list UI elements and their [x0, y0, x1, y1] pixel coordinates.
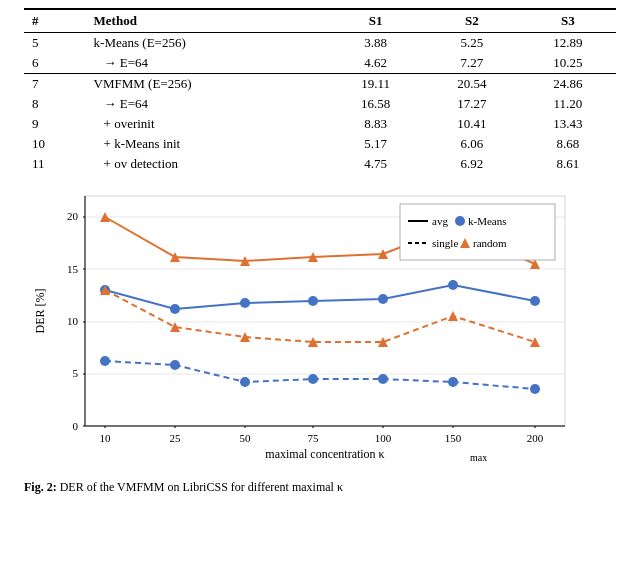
- caption-prefix: Fig. 2:: [24, 480, 57, 494]
- row-num: 6: [24, 53, 86, 74]
- row-num: 10: [24, 134, 86, 154]
- col-s1: S1: [328, 9, 424, 33]
- row-val: 5.25: [424, 33, 520, 54]
- svg-text:50: 50: [240, 432, 252, 444]
- legend-box: [400, 204, 555, 260]
- single-kmeans-point: [240, 377, 250, 387]
- table-row: 8→ E=6416.5817.2711.20: [24, 94, 616, 114]
- svg-text:20: 20: [67, 210, 79, 222]
- legend-single-label: single: [432, 237, 458, 249]
- row-val: 7.27: [424, 53, 520, 74]
- svg-text:0: 0: [73, 420, 79, 432]
- row-val: 12.89: [520, 33, 616, 54]
- svg-text:maximal concentration κ: maximal concentration κ: [265, 447, 384, 461]
- row-val: 4.75: [328, 154, 424, 174]
- row-num: 9: [24, 114, 86, 134]
- row-method: → E=64: [86, 53, 328, 74]
- page-container: # Method S1 S2 S3 5k-Means (E=256)3.885.…: [0, 0, 640, 503]
- svg-text:15: 15: [67, 263, 79, 275]
- single-kmeans-point: [530, 384, 540, 394]
- row-method: → E=64: [86, 94, 328, 114]
- avg-kmeans-point: [170, 304, 180, 314]
- svg-text:25: 25: [170, 432, 182, 444]
- svg-text:10: 10: [67, 315, 79, 327]
- row-val: 3.88: [328, 33, 424, 54]
- row-val: 8.68: [520, 134, 616, 154]
- table-row: 11+ ov detection4.756.928.61: [24, 154, 616, 174]
- row-val: 6.06: [424, 134, 520, 154]
- svg-text:10: 10: [100, 432, 112, 444]
- single-kmeans-point: [170, 360, 180, 370]
- col-method: Method: [86, 9, 328, 33]
- row-val: 11.20: [520, 94, 616, 114]
- der-chart: 0 5 10 15 20 10 25 50 75 100 150 200: [30, 186, 610, 476]
- row-val: 24.86: [520, 74, 616, 95]
- row-method: + ov detection: [86, 154, 328, 174]
- avg-kmeans-point: [308, 296, 318, 306]
- row-num: 7: [24, 74, 86, 95]
- row-method: k-Means (E=256): [86, 33, 328, 54]
- row-val: 16.58: [328, 94, 424, 114]
- table-row: 6→ E=644.627.2710.25: [24, 53, 616, 74]
- row-val: 20.54: [424, 74, 520, 95]
- row-method: + overinit: [86, 114, 328, 134]
- single-kmeans-point: [100, 356, 110, 366]
- table-row: 5k-Means (E=256)3.885.2512.89: [24, 33, 616, 54]
- row-num: 5: [24, 33, 86, 54]
- col-num: #: [24, 9, 86, 33]
- row-val: 6.92: [424, 154, 520, 174]
- svg-text:DER [%]: DER [%]: [33, 289, 47, 334]
- avg-kmeans-point: [378, 294, 388, 304]
- legend-kmeans-label: k-Means: [468, 215, 507, 227]
- single-kmeans-point: [308, 374, 318, 384]
- table-row: 9+ overinit8.8310.4113.43: [24, 114, 616, 134]
- row-num: 8: [24, 94, 86, 114]
- svg-text:150: 150: [445, 432, 462, 444]
- svg-text:200: 200: [527, 432, 544, 444]
- col-s3: S3: [520, 9, 616, 33]
- row-val: 8.61: [520, 154, 616, 174]
- single-kmeans-point: [448, 377, 458, 387]
- caption-text: DER of the VMFMM on LibriCSS for differe…: [60, 480, 343, 494]
- row-val: 17.27: [424, 94, 520, 114]
- row-val: 10.25: [520, 53, 616, 74]
- results-table: # Method S1 S2 S3 5k-Means (E=256)3.885.…: [24, 8, 616, 174]
- row-num: 11: [24, 154, 86, 174]
- figure-caption: Fig. 2: DER of the VMFMM on LibriCSS for…: [24, 480, 616, 495]
- row-method: + k-Means init: [86, 134, 328, 154]
- row-val: 10.41: [424, 114, 520, 134]
- legend-kmeans-marker: [455, 216, 465, 226]
- table-row: 7VMFMM (E=256)19.1120.5424.86: [24, 74, 616, 95]
- avg-kmeans-point: [240, 298, 250, 308]
- svg-text:5: 5: [73, 367, 79, 379]
- row-val: 19.11: [328, 74, 424, 95]
- avg-kmeans-point: [448, 280, 458, 290]
- row-val: 5.17: [328, 134, 424, 154]
- col-s2: S2: [424, 9, 520, 33]
- single-kmeans-point: [378, 374, 388, 384]
- legend-avg-label: avg: [432, 215, 448, 227]
- chart-area: 0 5 10 15 20 10 25 50 75 100 150 200: [24, 186, 616, 476]
- row-val: 13.43: [520, 114, 616, 134]
- legend-random-label: random: [473, 237, 507, 249]
- row-val: 8.83: [328, 114, 424, 134]
- avg-kmeans-point: [530, 296, 540, 306]
- table-row: 10+ k-Means init5.176.068.68: [24, 134, 616, 154]
- svg-text:100: 100: [375, 432, 392, 444]
- svg-text:75: 75: [308, 432, 320, 444]
- row-val: 4.62: [328, 53, 424, 74]
- svg-text:max: max: [470, 452, 487, 463]
- row-method: VMFMM (E=256): [86, 74, 328, 95]
